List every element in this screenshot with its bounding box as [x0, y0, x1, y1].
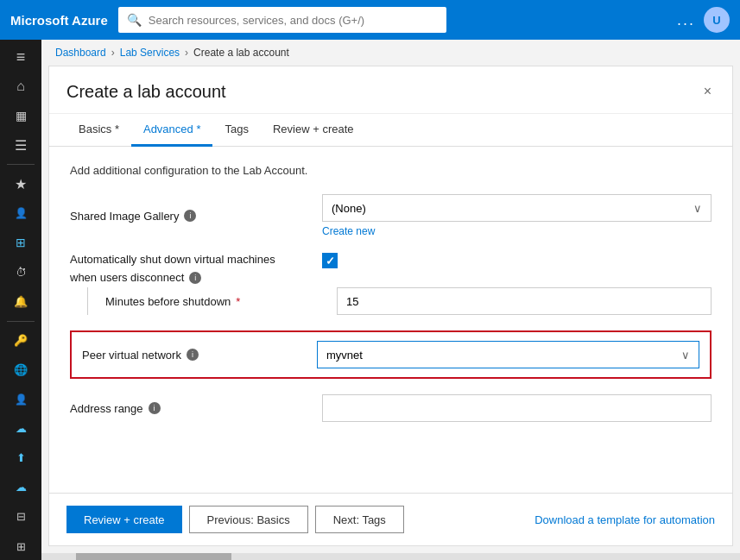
peer-vnet-info-icon[interactable]: i [187, 349, 199, 361]
breadcrumb-sep-2: › [185, 47, 188, 59]
peer-vnet-select[interactable]: myvnet ∨ [317, 341, 699, 368]
content-area: Dashboard › Lab Services › Create a lab … [41, 40, 740, 560]
shared-image-gallery-info-icon[interactable]: i [184, 210, 196, 222]
tab-advanced[interactable]: Advanced * [131, 114, 213, 147]
table-icon[interactable]: ⊟ [3, 503, 38, 531]
breadcrumb-sep-1: › [111, 47, 115, 59]
checkbox-check-icon: ✓ [326, 255, 335, 267]
peer-vnet-value: myvnet [326, 349, 363, 362]
breadcrumb-dashboard[interactable]: Dashboard [55, 47, 106, 59]
topbar: Microsoft Azure 🔍 ... U [0, 0, 740, 40]
address-range-input[interactable] [322, 394, 712, 422]
shared-image-gallery-label: Shared Image Gallery [70, 210, 179, 223]
next-button[interactable]: Next: Tags [315, 506, 404, 533]
form-subtitle: Add additional configuration to the Lab … [70, 164, 712, 177]
auto-shutdown-label-line1: Automatically shut down virtual machines [70, 253, 275, 266]
cloud-download-icon[interactable]: ☁ [3, 415, 38, 443]
previous-button[interactable]: Previous: Basics [189, 506, 308, 533]
tab-tags[interactable]: Tags [212, 114, 260, 147]
auto-shutdown-checkbox[interactable]: ✓ [322, 253, 338, 268]
bell-icon[interactable]: 🔔 [3, 288, 38, 316]
auto-shutdown-row: Automatically shut down virtual machines… [70, 253, 712, 284]
scrollbar-area [41, 553, 740, 560]
shared-image-gallery-dropdown-icon: ∨ [693, 202, 702, 215]
grid-icon[interactable]: ⊞ [3, 229, 38, 256]
bottom-icon[interactable]: ⊞ [3, 532, 38, 560]
required-asterisk: * [236, 295, 240, 308]
panel-footer: Review + create Previous: Basics Next: T… [49, 493, 732, 545]
minutes-label: Minutes before shutdown [105, 295, 231, 308]
sidebar-divider [7, 164, 35, 165]
tabs-bar: Basics * Advanced * Tags Review + create [49, 114, 732, 147]
upload-icon[interactable]: ⬆ [3, 444, 38, 472]
panel-title: Create a lab account [66, 82, 226, 102]
dashboard-icon[interactable]: ▦ [3, 102, 38, 129]
shared-image-gallery-control: (None) ∨ Create new [322, 194, 712, 237]
panel-header: Create a lab account × [49, 66, 732, 114]
search-icon: 🔍 [127, 13, 142, 27]
star-icon[interactable]: ★ [3, 170, 38, 198]
clock-icon[interactable]: ⏱ [3, 258, 38, 286]
create-new-link[interactable]: Create new [322, 225, 712, 237]
main-layout: ≡ ⌂ ▦ ☰ ★ 👤 ⊞ ⏱ 🔔 🔑 🌐 👤 ☁ ⬆ ☁ ⊟ ⊞ Dashbo… [0, 40, 740, 560]
user-icon[interactable]: 👤 [3, 199, 38, 227]
indent-line [87, 287, 88, 315]
topbar-right: ... U [677, 7, 730, 33]
topbar-dots[interactable]: ... [677, 11, 695, 29]
search-box[interactable]: 🔍 [118, 7, 446, 33]
key-icon[interactable]: 🔑 [3, 326, 38, 354]
breadcrumb-current: Create a lab account [193, 47, 289, 59]
review-create-button[interactable]: Review + create [66, 506, 182, 533]
address-range-info-icon[interactable]: i [149, 402, 161, 414]
home-icon[interactable]: ⌂ [3, 72, 38, 100]
minutes-input[interactable] [337, 287, 712, 315]
close-button[interactable]: × [700, 80, 715, 103]
breadcrumb: Dashboard › Lab Services › Create a lab … [41, 40, 740, 66]
address-range-row: Address range i [70, 394, 712, 422]
auto-shutdown-label-line2: when users disconnect [70, 271, 184, 284]
form-content: Add additional configuration to the Lab … [49, 147, 732, 493]
list-icon[interactable]: ☰ [3, 131, 38, 159]
sidebar: ≡ ⌂ ▦ ☰ ★ 👤 ⊞ ⏱ 🔔 🔑 🌐 👤 ☁ ⬆ ☁ ⊟ ⊞ [0, 40, 41, 560]
shared-image-gallery-row: Shared Image Gallery i (None) ∨ Create n… [70, 194, 712, 237]
expand-icon[interactable]: ≡ [3, 43, 38, 71]
download-template-link[interactable]: Download a template for automation [534, 513, 715, 526]
azure-logo: Microsoft Azure [10, 13, 108, 28]
scrollbar-thumb[interactable] [76, 553, 231, 560]
create-lab-account-panel: Create a lab account × Basics * Advanced… [48, 66, 733, 546]
address-range-label: Address range [70, 402, 143, 415]
peer-virtual-network-row: Peer virtual network i myvnet ∨ [70, 330, 712, 379]
breadcrumb-lab-services[interactable]: Lab Services [120, 47, 180, 59]
avatar[interactable]: U [704, 7, 730, 33]
person-icon[interactable]: 👤 [3, 386, 38, 413]
cloud-icon[interactable]: ☁ [3, 474, 38, 501]
shared-image-gallery-select[interactable]: (None) ∨ [322, 194, 712, 222]
minutes-before-shutdown-row: Minutes before shutdown * [87, 287, 712, 315]
network-icon[interactable]: 🌐 [3, 356, 38, 384]
search-input[interactable] [149, 14, 438, 27]
shared-image-gallery-value: (None) [332, 202, 366, 215]
tab-review-create[interactable]: Review + create [261, 114, 366, 147]
sidebar-divider-2 [7, 321, 35, 322]
auto-shutdown-info-icon[interactable]: i [189, 272, 201, 284]
tab-basics[interactable]: Basics * [66, 114, 131, 147]
peer-vnet-label: Peer virtual network [82, 349, 181, 362]
peer-vnet-dropdown-icon: ∨ [681, 349, 690, 362]
